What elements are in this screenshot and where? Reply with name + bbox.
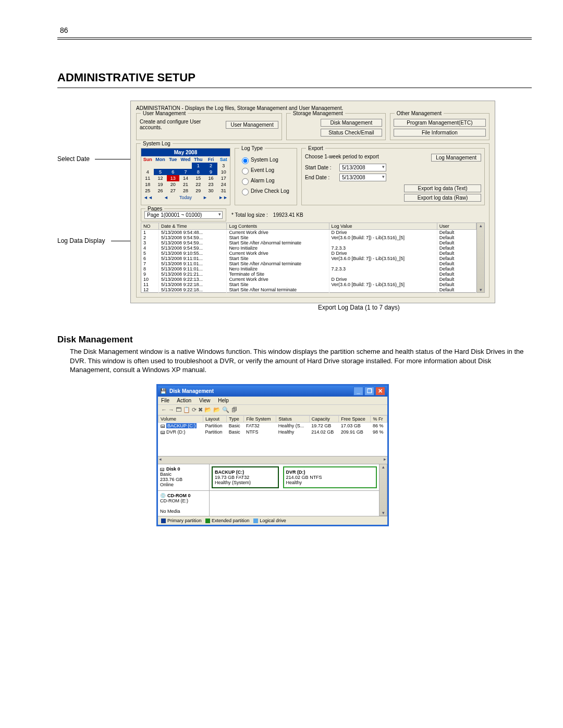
dm-col-header[interactable]: % Fr — [371, 415, 387, 422]
dm-col-header[interactable]: Volume — [158, 415, 203, 422]
dm-col-header[interactable]: Layout — [203, 415, 226, 422]
table-row[interactable]: 35/13/2008 9:54:59...Start Site After Ab… — [141, 240, 476, 245]
status-check-email-button[interactable]: Status Check/Email — [321, 129, 382, 137]
calendar-day[interactable]: 6 — [167, 169, 179, 175]
calendar-day[interactable]: 3 — [217, 163, 230, 169]
log-management-button[interactable]: Log Management — [431, 154, 481, 162]
scroll-down-icon[interactable]: ▾ — [477, 287, 484, 292]
calendar-day[interactable]: 9 — [204, 169, 217, 175]
cal-prev-month-icon[interactable]: ◄ — [164, 195, 168, 200]
calendar-day[interactable]: 8 — [192, 169, 204, 175]
close-icon[interactable]: ✕ — [375, 387, 385, 396]
scroll-up-icon[interactable]: ▴ — [380, 464, 387, 470]
scroll-left-icon[interactable]: ◂ — [159, 456, 162, 464]
calendar-day[interactable]: 28 — [179, 188, 192, 194]
scroll-down-icon[interactable]: ▾ — [380, 510, 387, 515]
end-date-dropdown[interactable]: 5/13/2008 — [339, 174, 386, 181]
disk-management-button[interactable]: Disk Management — [321, 119, 382, 127]
dm-menubar[interactable]: File Action View Help — [158, 397, 387, 405]
calendar-day[interactable]: 5 — [154, 169, 166, 175]
dm-partition-backup[interactable]: BACKUP (C:) 19.73 GB FAT32 Healthy (Syst… — [212, 466, 279, 488]
dm-col-header[interactable]: Free Space — [339, 415, 371, 422]
dm-hscrollbar[interactable]: ◂ ▸ — [158, 456, 387, 464]
calendar-day[interactable]: 14 — [179, 175, 192, 181]
calendar-day[interactable]: 10 — [217, 169, 230, 175]
calendar-day[interactable]: 17 — [217, 175, 230, 181]
table-row[interactable]: 🖴 DVR (D:)PartitionBasicNTFSHealthy214.0… — [158, 429, 387, 435]
radio-drive-check-log[interactable]: Drive Check Log — [239, 187, 292, 195]
log-col-header[interactable]: User — [437, 223, 476, 230]
cal-prev-year-icon[interactable]: ◄◄ — [143, 195, 153, 200]
log-col-header[interactable]: Log Contents — [227, 223, 329, 230]
calendar-day[interactable]: 12 — [154, 175, 166, 181]
calendar-day[interactable]: 26 — [154, 188, 166, 194]
dm-col-header[interactable]: Capacity — [309, 415, 338, 422]
calendar-day[interactable]: 2 — [204, 163, 217, 169]
log-scrollbar[interactable]: ▴ ▾ — [476, 223, 485, 293]
radio-alarm-log[interactable]: Alarm Log — [239, 177, 292, 185]
export-raw-button[interactable]: Export log data (Raw) — [404, 194, 481, 202]
scroll-up-icon[interactable]: ▴ — [477, 223, 484, 228]
table-row[interactable]: 15/13/2008 9:54:48...Current Work driveD… — [141, 230, 476, 236]
calendar-day[interactable]: 25 — [141, 188, 154, 194]
calendar-day[interactable]: 1 — [192, 163, 204, 169]
calendar-day[interactable]: 19 — [154, 181, 166, 188]
table-row[interactable]: 55/13/2008 9:10:55...Current Work driveD… — [141, 251, 476, 256]
calendar-nav[interactable]: ◄◄ ◄ Today ► ►► — [141, 194, 230, 201]
dm-partition-dvr[interactable]: DVR (D:) 214.02 GB NTFS Healthy — [283, 466, 377, 488]
table-row[interactable]: 45/13/2008 9:54:59...Nero Initialize7.2.… — [141, 245, 476, 251]
radio-system-log[interactable]: System Log — [239, 156, 292, 164]
table-row[interactable]: 115/13/2008 9:22:18...Start SiteVer(3.6.… — [141, 282, 476, 287]
table-row[interactable]: 75/13/2008 9:11:01...Start Site After Ab… — [141, 261, 476, 266]
cal-next-year-icon[interactable]: ►► — [218, 195, 228, 200]
maximize-icon[interactable]: ❐ — [364, 387, 374, 396]
export-text-button[interactable]: Export log data (Text) — [404, 184, 481, 192]
calendar-day[interactable]: 13 — [167, 175, 179, 181]
calendar-day[interactable]: 18 — [141, 181, 154, 188]
start-date-dropdown[interactable]: 5/13/2008 — [339, 164, 386, 171]
calendar-day[interactable]: 11 — [141, 175, 154, 181]
calendar-day[interactable]: 20 — [167, 181, 179, 188]
program-management-button[interactable]: Program Management(ETC) — [394, 119, 486, 127]
dm-toolbar[interactable]: ← → 🗔 📋 ⟳ ✖ 📂 📂 🔍 🗐 — [158, 405, 387, 415]
dm-vscrollbar[interactable]: ▴ ▾ — [379, 464, 387, 516]
cal-today-button[interactable]: Today — [179, 195, 192, 200]
pages-dropdown[interactable]: Page 1(00001 ~ 01000) — [144, 211, 223, 219]
log-col-header[interactable]: Log Value — [329, 223, 437, 230]
calendar-day[interactable]: 15 — [192, 175, 204, 181]
table-row[interactable]: 65/13/2008 9:11:01...Start SiteVer(3.6.0… — [141, 256, 476, 261]
calendar-day[interactable]: 31 — [217, 188, 230, 194]
table-row[interactable]: 95/13/2008 9:21:21...Terminate of SiteDe… — [141, 272, 476, 277]
dm-col-header[interactable]: Type — [227, 415, 244, 422]
minimize-icon[interactable]: _ — [353, 387, 363, 396]
user-management-button[interactable]: User Management — [226, 121, 278, 129]
table-row[interactable]: 85/13/2008 9:11:01...Nero Initialize7.2.… — [141, 266, 476, 272]
radio-event-log[interactable]: Event Log — [239, 166, 292, 175]
calendar-day[interactable]: 21 — [179, 181, 192, 188]
table-row[interactable]: 🖴 BACKUP (C:)PartitionBasicFAT32Healthy … — [158, 422, 387, 429]
table-row[interactable]: 25/13/2008 9:54:59...Start SiteVer(3.6.0… — [141, 235, 476, 240]
calendar-day[interactable]: 27 — [167, 188, 179, 194]
menu-view[interactable]: View — [199, 398, 211, 403]
calendar-day[interactable]: 24 — [217, 181, 230, 188]
calendar-day[interactable]: 4 — [141, 169, 154, 175]
table-row[interactable]: 125/13/2008 9:22:18...Start Site After N… — [141, 287, 476, 293]
table-row[interactable]: 105/13/2008 9:22:13...Current Work drive… — [141, 277, 476, 282]
calendar-day[interactable]: 7 — [179, 169, 192, 175]
menu-help[interactable]: Help — [218, 398, 229, 403]
calendar[interactable]: May 2008 SunMonTueWedThuFriSat 123456789… — [141, 148, 230, 205]
calendar-day[interactable]: 23 — [204, 181, 217, 188]
file-information-button[interactable]: File Information — [394, 129, 486, 137]
log-col-header[interactable]: NO — [141, 223, 159, 230]
menu-action[interactable]: Action — [177, 398, 191, 403]
scroll-right-icon[interactable]: ▸ — [384, 456, 386, 464]
calendar-day[interactable]: 30 — [204, 188, 217, 194]
calendar-day[interactable]: 22 — [192, 181, 204, 188]
dm-col-header[interactable]: Status — [276, 415, 310, 422]
cal-next-month-icon[interactable]: ► — [203, 195, 207, 200]
calendar-grid[interactable]: SunMonTueWedThuFriSat 123456789101112131… — [141, 156, 230, 194]
calendar-day[interactable]: 16 — [204, 175, 217, 181]
calendar-day[interactable]: 29 — [192, 188, 204, 194]
dm-col-header[interactable]: File System — [244, 415, 276, 422]
log-col-header[interactable]: Date & Time — [158, 223, 226, 230]
